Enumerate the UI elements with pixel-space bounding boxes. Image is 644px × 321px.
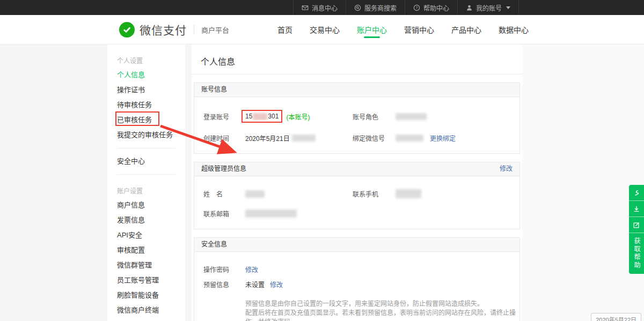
name-label: 姓 名 xyxy=(203,189,245,198)
service-provider-search-menu-item[interactable]: 服务商搜索 xyxy=(346,0,405,15)
redacted-created-time xyxy=(292,135,316,141)
brand-divider xyxy=(194,25,194,34)
login-account-suffix: 301 xyxy=(268,113,279,120)
nav-home[interactable]: 首页 xyxy=(277,15,292,44)
nav-transaction-center[interactable]: 交易中心 xyxy=(310,15,340,44)
my-account-label: 我的账号 xyxy=(476,3,502,12)
download-button[interactable] xyxy=(629,201,644,217)
created-time-value: 2020年5月21日 xyxy=(245,133,290,143)
link-icon xyxy=(633,189,640,197)
mail-icon xyxy=(302,4,309,11)
help-icon: ? xyxy=(413,4,420,11)
sidebar-item-merchant-info[interactable]: 商户信息 xyxy=(117,198,185,213)
current-account-note: (本账号) xyxy=(286,112,310,121)
top-utility-bar: 消息中心 服务商搜索 ? 帮助中心 我的账号 xyxy=(0,0,644,15)
contact-phone-label: 联系手机 xyxy=(353,189,396,198)
chevron-down-icon xyxy=(506,6,510,9)
redacted-account-role xyxy=(396,113,427,120)
brand-block[interactable]: 微信支付 商户平台 xyxy=(119,15,229,44)
security-info-body: 操作密码 修改 预留信息 未设置 修改 预留信息是由你自己设置的一段文字，用来鉴… xyxy=(194,252,519,321)
reserved-info-desc-line: 预留信息是由你自己设置的一段文字，用来鉴定网站身份，防止假冒网站造成损失。 xyxy=(245,300,519,309)
sidebar-item-my-submitted-review-tasks[interactable]: 我提交的审核任务 xyxy=(117,128,185,143)
rebind-link[interactable]: 更换绑定 xyxy=(430,133,456,143)
sidebar-item-invoice-info[interactable]: 发票信息 xyxy=(117,213,185,228)
created-time-label: 创建时间 xyxy=(203,133,245,143)
wechat-pay-logo-icon xyxy=(119,22,135,38)
site-header: 微信支付 商户平台 首页 交易中心 账户中心 营销中心 产品中心 数据中心 xyxy=(0,15,644,44)
main-content: 个人信息 账号信息 登录账号 15 301 xyxy=(192,44,522,321)
sidebar-item-personal-info[interactable]: 个人信息 xyxy=(117,68,185,83)
account-info-title: 账号信息 xyxy=(201,83,227,96)
top-utility-menu: 消息中心 服务商搜索 ? 帮助中心 我的账号 xyxy=(293,0,519,15)
brand-name: 微信支付 xyxy=(140,21,187,38)
reserved-info-description: 预留信息是由你自己设置的一段文字，用来鉴定网站身份，防止假冒网站造成损失。 配置… xyxy=(245,300,519,321)
operation-password-edit-link[interactable]: 修改 xyxy=(245,265,258,274)
nav-account-center[interactable]: 账户中心 xyxy=(357,15,387,44)
sidebar-divider xyxy=(117,174,175,175)
super-admin-edit-link[interactable]: 修改 xyxy=(500,162,513,176)
primary-nav: 首页 交易中心 账户中心 营销中心 产品中心 数据中心 xyxy=(277,15,529,44)
sidebar-group-personal-settings: 个人设置 xyxy=(117,56,185,65)
my-account-menu-item[interactable]: 我的账号 xyxy=(457,0,519,15)
user-icon xyxy=(466,4,473,11)
message-center-menu-item[interactable]: 消息中心 xyxy=(293,0,346,15)
search-icon xyxy=(354,4,361,11)
annotation-box-login-account: 15 301 xyxy=(241,110,282,123)
nav-marketing-center[interactable]: 营销中心 xyxy=(404,15,434,44)
super-admin-body: 姓 名 联系手机 联系邮箱 xyxy=(194,176,519,229)
redacted-name xyxy=(245,190,265,198)
redacted-contact-email xyxy=(245,210,297,218)
sidebar-item-pending-review-tasks[interactable]: 待审核任务 xyxy=(117,98,185,113)
page-body: 个人设置 个人信息 操作证书 待审核任务 已审核任务 我提交的审核任务 安全中心… xyxy=(0,44,644,321)
super-admin-header: 超级管理员信息 修改 xyxy=(194,162,519,176)
security-info-header: 安全信息 xyxy=(194,238,519,252)
sidebar-item-operation-certificate[interactable]: 操作证书 xyxy=(117,83,185,98)
reserved-info-edit-link[interactable]: 修改 xyxy=(270,280,283,289)
sidebar-item-api-security[interactable]: API安全 xyxy=(117,228,185,243)
security-info-box: 安全信息 操作密码 修改 预留信息 未设置 修改 xyxy=(194,237,520,321)
help-center-label: 帮助中心 xyxy=(423,3,449,12)
contact-email-label: 联系邮箱 xyxy=(203,209,245,218)
nav-product-center[interactable]: 产品中心 xyxy=(451,15,481,44)
login-account-prefix: 15 xyxy=(245,113,252,120)
redacted-contact-phone xyxy=(396,189,421,198)
sidebar-item-face-smart-device[interactable]: 刷脸智能设备 xyxy=(117,288,185,303)
get-help-label: 获取帮助 xyxy=(633,237,640,270)
redacted-bound-wechat xyxy=(396,135,423,141)
bound-wechat-label: 绑定微信号 xyxy=(353,133,396,143)
sidebar-item-security-center[interactable]: 安全中心 xyxy=(117,154,185,169)
message-center-label: 消息中心 xyxy=(312,3,338,12)
account-role-label: 账号角色 xyxy=(353,112,396,121)
redacted-login-account-digits xyxy=(253,113,267,120)
service-provider-search-label: 服务商搜索 xyxy=(364,3,397,12)
download-icon xyxy=(633,205,640,213)
login-account-label: 登录账号 xyxy=(203,112,245,121)
edit-icon xyxy=(633,221,640,229)
sidebar: 个人设置 个人信息 操作证书 待审核任务 已审核任务 我提交的审核任务 安全中心… xyxy=(107,44,185,321)
sidebar-item-review-config[interactable]: 审核配置 xyxy=(117,243,185,258)
account-info-body: 登录账号 15 301 (本账号) 账号角色 xyxy=(194,97,519,153)
brand-subtitle: 商户平台 xyxy=(201,25,229,35)
help-center-menu-item[interactable]: ? 帮助中心 xyxy=(405,0,457,15)
wechat-pay-merchant-portal: 消息中心 服务商搜索 ? 帮助中心 我的账号 微信支付 商户 xyxy=(0,0,644,321)
quick-link-button[interactable] xyxy=(629,185,644,201)
sidebar-item-wechat-merchant-terminal[interactable]: 微信商户终端 xyxy=(117,303,185,318)
super-admin-box: 超级管理员信息 修改 姓 名 联系手机 xyxy=(194,162,520,229)
operation-password-label: 操作密码 xyxy=(203,265,245,274)
sidebar-divider xyxy=(117,148,175,148)
sidebar-item-wechat-group-management[interactable]: 微信群管理 xyxy=(117,258,185,273)
get-help-button[interactable]: 获取帮助 xyxy=(629,233,644,274)
page-title: 个人信息 xyxy=(192,44,522,74)
sidebar-item-staff-account-management[interactable]: 员工账号管理 xyxy=(117,273,185,288)
page-right-background xyxy=(522,44,644,321)
account-info-box: 账号信息 登录账号 15 301 (本账号) xyxy=(194,83,520,154)
reserved-info-label: 预留信息 xyxy=(203,280,245,289)
super-admin-title: 超级管理员信息 xyxy=(201,162,246,176)
sidebar-item-reviewed-tasks[interactable]: 已审核任务 xyxy=(117,113,185,128)
nav-data-center[interactable]: 数据中心 xyxy=(499,15,529,44)
reserved-info-desc-line: 配置后将在首页及充值页面显示。若未看到预留信息，表明当前访问的网站存在风险，请终… xyxy=(245,309,519,321)
svg-text:?: ? xyxy=(416,5,418,10)
feedback-button[interactable] xyxy=(629,217,644,233)
sidebar-group-account-settings: 账户设置 xyxy=(117,186,185,195)
reserved-info-value: 未设置 xyxy=(245,280,265,289)
